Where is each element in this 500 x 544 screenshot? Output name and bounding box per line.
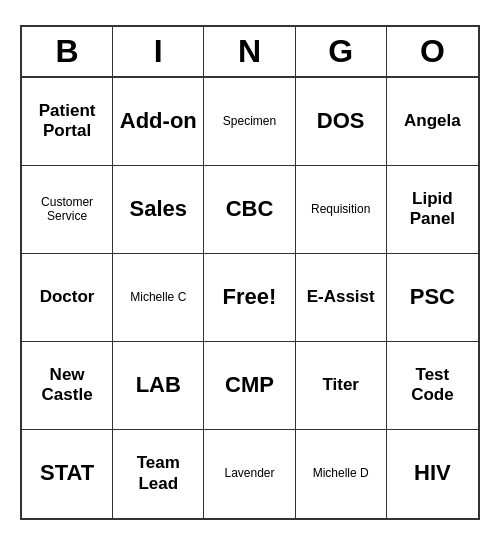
header-letter: I	[113, 27, 204, 76]
cell-text: Test Code	[393, 365, 472, 406]
cell-text: CBC	[226, 196, 274, 222]
cell-text: PSC	[410, 284, 455, 310]
bingo-cell: Sales	[113, 166, 204, 254]
cell-text: STAT	[40, 460, 94, 486]
bingo-grid: Patient PortalAdd-onSpecimenDOSAngelaCus…	[22, 78, 478, 518]
bingo-cell: Team Lead	[113, 430, 204, 518]
bingo-cell: Lipid Panel	[387, 166, 478, 254]
bingo-cell: E-Assist	[296, 254, 387, 342]
header-letter: O	[387, 27, 478, 76]
cell-text: Free!	[223, 284, 277, 310]
bingo-cell: New Castle	[22, 342, 113, 430]
cell-text: Michelle D	[313, 466, 369, 480]
cell-text: HIV	[414, 460, 451, 486]
header-letter: G	[296, 27, 387, 76]
cell-text: New Castle	[28, 365, 106, 406]
bingo-header: BINGO	[22, 27, 478, 78]
bingo-cell: CMP	[204, 342, 295, 430]
bingo-cell: Test Code	[387, 342, 478, 430]
header-letter: N	[204, 27, 295, 76]
cell-text: Angela	[404, 111, 461, 131]
cell-text: DOS	[317, 108, 365, 134]
bingo-cell: DOS	[296, 78, 387, 166]
bingo-cell: Free!	[204, 254, 295, 342]
bingo-cell: Specimen	[204, 78, 295, 166]
bingo-cell: CBC	[204, 166, 295, 254]
cell-text: Doctor	[40, 287, 95, 307]
cell-text: E-Assist	[307, 287, 375, 307]
bingo-cell: Patient Portal	[22, 78, 113, 166]
bingo-card: BINGO Patient PortalAdd-onSpecimenDOSAng…	[20, 25, 480, 520]
cell-text: Team Lead	[119, 453, 197, 494]
bingo-cell: HIV	[387, 430, 478, 518]
header-letter: B	[22, 27, 113, 76]
bingo-cell: Angela	[387, 78, 478, 166]
bingo-cell: Doctor	[22, 254, 113, 342]
cell-text: LAB	[136, 372, 181, 398]
cell-text: Specimen	[223, 114, 276, 128]
cell-text: Customer Service	[28, 195, 106, 224]
cell-text: Sales	[130, 196, 188, 222]
bingo-cell: Lavender	[204, 430, 295, 518]
bingo-cell: Add-on	[113, 78, 204, 166]
bingo-cell: Michelle D	[296, 430, 387, 518]
cell-text: Patient Portal	[28, 101, 106, 142]
bingo-cell: Michelle C	[113, 254, 204, 342]
cell-text: Add-on	[120, 108, 197, 134]
cell-text: Michelle C	[130, 290, 186, 304]
bingo-cell: STAT	[22, 430, 113, 518]
bingo-cell: Titer	[296, 342, 387, 430]
cell-text: CMP	[225, 372, 274, 398]
bingo-cell: PSC	[387, 254, 478, 342]
cell-text: Lipid Panel	[393, 189, 472, 230]
bingo-cell: Customer Service	[22, 166, 113, 254]
cell-text: Requisition	[311, 202, 370, 216]
cell-text: Lavender	[224, 466, 274, 480]
bingo-cell: Requisition	[296, 166, 387, 254]
cell-text: Titer	[322, 375, 359, 395]
bingo-cell: LAB	[113, 342, 204, 430]
